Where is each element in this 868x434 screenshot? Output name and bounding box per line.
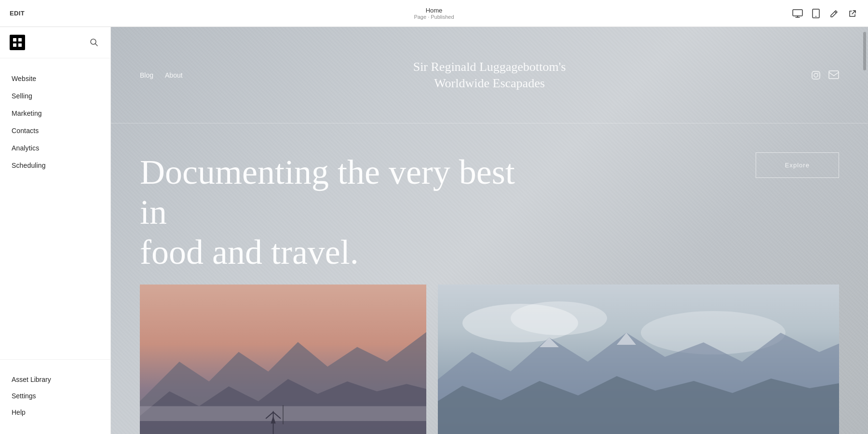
svg-rect-12: [829, 71, 839, 79]
site-preview: Blog About Sir Reginald Luggagebottom's …: [111, 27, 868, 434]
tablet-icon[interactable]: [810, 8, 822, 19]
sidebar-header: [0, 27, 110, 58]
top-bar-center: Home Page · Published: [414, 7, 454, 20]
top-bar-left: EDIT: [10, 10, 25, 17]
site-brand: Sir Reginald Luggagebottom's Worldwide E…: [413, 59, 566, 92]
svg-point-10: [814, 73, 818, 77]
site-image-left: [140, 285, 426, 434]
svg-rect-0: [793, 10, 802, 16]
site-brand-line1: Sir Reginald Luggagebottom's: [413, 59, 566, 75]
sidebar: Website Selling Marketing Contacts Analy…: [0, 27, 111, 434]
email-icon[interactable]: [828, 70, 839, 80]
svg-rect-4: [13, 38, 16, 41]
main-layout: Website Selling Marketing Contacts Analy…: [0, 27, 868, 434]
hero-text: Documenting the very best in food and tr…: [140, 152, 839, 272]
content-area: Blog About Sir Reginald Luggagebottom's …: [111, 27, 868, 434]
sidebar-bottom: Asset Library Settings Help: [0, 359, 110, 434]
instagram-icon[interactable]: [811, 70, 821, 80]
sidebar-item-scheduling[interactable]: Scheduling: [0, 157, 110, 174]
site-nav-about[interactable]: About: [165, 71, 183, 79]
page-title: Home: [414, 7, 454, 14]
hero-heading: Documenting the very best in food and tr…: [140, 152, 526, 272]
hero-heading-line1: Documenting the very best in: [140, 153, 515, 231]
site-nav-blog[interactable]: Blog: [140, 71, 153, 79]
edit-label: EDIT: [10, 10, 25, 17]
sidebar-item-contacts[interactable]: Contacts: [0, 122, 110, 139]
squarespace-logo[interactable]: [10, 35, 25, 50]
sidebar-item-settings[interactable]: Settings: [12, 388, 99, 404]
site-nav: Blog About: [140, 71, 183, 79]
svg-rect-7: [18, 43, 22, 47]
site-images-row: [140, 285, 839, 434]
svg-rect-5: [18, 38, 22, 41]
site-image-right: [438, 285, 839, 434]
svg-rect-3: [10, 35, 25, 50]
hero-heading-line2: food and travel.: [140, 233, 359, 271]
mountain-left-svg: [140, 285, 426, 434]
mountain-right-svg: [438, 285, 839, 434]
page-status: Page · Published: [414, 14, 454, 20]
svg-point-11: [818, 72, 819, 73]
sidebar-item-marketing[interactable]: Marketing: [0, 105, 110, 122]
top-bar-right: [792, 8, 858, 19]
desktop-icon[interactable]: [792, 8, 803, 19]
external-link-icon[interactable]: [847, 8, 858, 19]
top-bar: EDIT Home Page · Published: [0, 0, 868, 27]
site-social-icons: [811, 70, 839, 80]
site-header: Blog About Sir Reginald Luggagebottom's …: [111, 27, 868, 123]
sidebar-item-website[interactable]: Website: [0, 70, 110, 87]
sidebar-item-asset-library[interactable]: Asset Library: [12, 371, 99, 388]
svg-rect-9: [812, 71, 820, 79]
explore-button[interactable]: Explore: [756, 152, 839, 178]
sidebar-navigation: Website Selling Marketing Contacts Analy…: [0, 58, 110, 359]
svg-point-17: [511, 301, 607, 335]
site-brand-line2: Worldwide Escapades: [413, 75, 566, 92]
svg-point-2: [815, 16, 816, 17]
svg-rect-14: [140, 406, 426, 421]
sidebar-item-analytics[interactable]: Analytics: [0, 139, 110, 157]
svg-rect-6: [13, 43, 16, 47]
scrollbar[interactable]: [863, 32, 866, 70]
search-button[interactable]: [87, 36, 101, 49]
design-icon[interactable]: [828, 8, 840, 19]
sidebar-item-selling[interactable]: Selling: [0, 87, 110, 105]
sidebar-item-help[interactable]: Help: [12, 404, 99, 420]
